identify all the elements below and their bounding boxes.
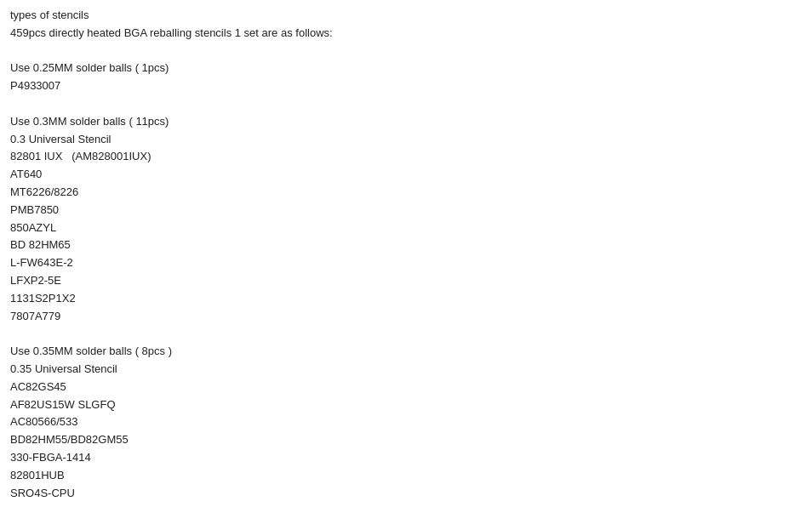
line-17: Use 0.35MM solder balls ( 8pcs ) (10, 343, 802, 361)
line-12: BD 82HM65 (10, 236, 802, 254)
line-11: 850AZYL (10, 219, 802, 237)
line-24: 82801HUB (10, 467, 802, 485)
line-3: Use 0.25MM solder balls ( 1pcs) (10, 60, 802, 77)
line-9: MT6226/8226 (10, 184, 802, 202)
line-22: BD82HM55/BD82GM55 (10, 431, 802, 449)
line-21: AC80566/533 (10, 413, 802, 431)
line-18: 0.35 Universal Stencil (10, 361, 802, 379)
main-content: types of stencils459pcs directly heated … (10, 7, 802, 507)
line-4: P4933007 (10, 77, 802, 95)
empty-line-28 (10, 502, 802, 507)
line-2: 459pcs directly heated BGA reballing ste… (10, 25, 802, 43)
empty-line-2 (10, 43, 802, 60)
line-15: 1131S2P1X2 (10, 290, 802, 308)
line-20: AF82US15W SLGFQ (10, 396, 802, 414)
empty-line-5 (10, 95, 802, 113)
line-14: LFXP2-5E (10, 272, 802, 290)
line-13: L-FW643E-2 (10, 254, 802, 272)
line-19: AC82GS45 (10, 379, 802, 396)
line-1: types of stencils (10, 7, 802, 25)
line-5: Use 0.3MM solder balls ( 11pcs) (10, 113, 802, 131)
line-16: 7807A779 (10, 308, 802, 326)
line-23: 330-FBGA-1414 (10, 449, 802, 467)
empty-line-18 (10, 325, 802, 343)
line-10: PMB7850 (10, 202, 802, 219)
line-25: SRO4S-CPU (10, 485, 802, 503)
line-7: 82801 IUX (AM828001IUX) (10, 148, 802, 166)
line-6: 0.3 Universal Stencil (10, 131, 802, 149)
line-8: AT640 (10, 166, 802, 184)
